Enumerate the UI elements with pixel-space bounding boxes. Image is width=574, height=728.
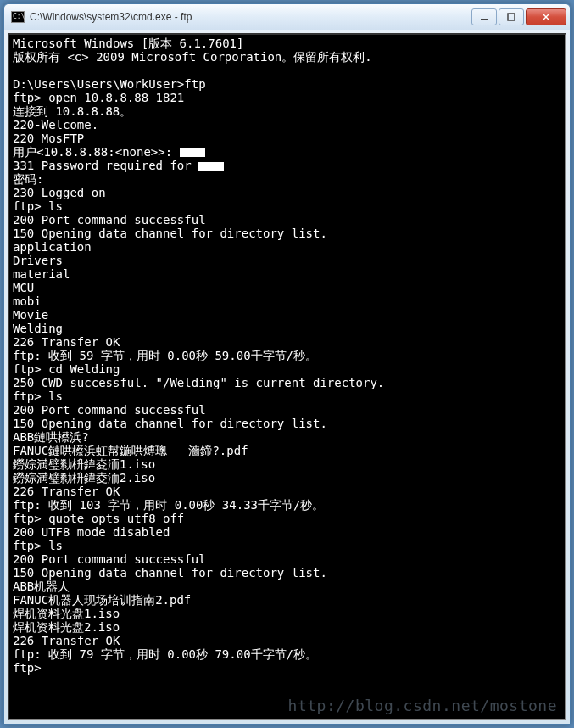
terminal-line: FANUC鏈哄櫒浜虹幇鍦哄煿璁 濇鍗?.pdf — [13, 444, 561, 457]
cmd-window: C:\ C:\Windows\system32\cmd.exe - ftp Mi… — [3, 3, 571, 725]
terminal-line: 200 Port command successful — [13, 213, 561, 227]
terminal-line: 焊机资料光盘2.iso — [13, 620, 561, 634]
terminal-frame: Microsoft Windows [版本 6.1.7601]版权所有 <c> … — [8, 33, 566, 720]
terminal-output[interactable]: Microsoft Windows [版本 6.1.7601]版权所有 <c> … — [9, 35, 565, 719]
terminal-line: 226 Transfer OK — [13, 634, 561, 647]
terminal-line: ABB机器人 — [13, 580, 561, 593]
terminal-line: 150 Opening data channel for directory l… — [13, 227, 561, 240]
terminal-line — [13, 64, 561, 77]
terminal-line: 226 Transfer OK — [13, 335, 561, 349]
terminal-line: ftp> quote opts utf8 off — [13, 512, 561, 525]
maximize-icon — [507, 13, 515, 21]
terminal-line: 150 Opening data channel for directory l… — [13, 566, 561, 580]
terminal-line: ftp> ls — [13, 199, 561, 213]
terminal-line: D:\Users\Users\WorkUser>ftp — [13, 77, 561, 91]
terminal-line: ABB鏈哄櫒浜? — [13, 430, 561, 444]
redacted-text — [198, 162, 224, 171]
terminal-line: 250 CWD successful. "/Welding" is curren… — [13, 376, 561, 389]
terminal-line: mobi — [13, 294, 561, 308]
maximize-button[interactable] — [499, 8, 524, 25]
terminal-line: MCU — [13, 281, 561, 294]
terminal-line: Drivers — [13, 254, 561, 267]
terminal-line: ftp> cd Welding — [13, 362, 561, 376]
terminal-line: material — [13, 267, 561, 281]
terminal-line: 220-Welcome. — [13, 118, 561, 132]
terminal-line: ftp> ls — [13, 539, 561, 552]
terminal-line: 鐒婃満璧勬枡鍏夌洏2.iso — [13, 471, 561, 484]
close-icon — [542, 13, 550, 21]
terminal-line: 密码: — [13, 172, 561, 186]
terminal-line: Welding — [13, 322, 561, 335]
terminal-line: 150 Opening data channel for directory l… — [13, 417, 561, 430]
terminal-line: ftp: 收到 79 字节，用时 0.00秒 79.00千字节/秒。 — [13, 647, 561, 661]
terminal-line: Microsoft Windows [版本 6.1.7601] — [13, 36, 561, 50]
terminal-line: 版权所有 <c> 2009 Microsoft Corporation。保留所有… — [13, 50, 561, 64]
terminal-line: 焊机资料光盘1.iso — [13, 607, 561, 620]
terminal-line: ftp> — [13, 661, 561, 675]
terminal-line: ftp: 收到 59 字节，用时 0.00秒 59.00千字节/秒。 — [13, 349, 561, 362]
terminal-line: ftp> open 10.8.8.88 1821 — [13, 91, 561, 104]
terminal-line: FANUC机器人现场培训指南2.pdf — [13, 593, 561, 607]
minimize-icon — [480, 13, 488, 21]
minimize-button[interactable] — [471, 8, 497, 25]
redacted-text — [180, 148, 205, 157]
cmd-icon: C:\ — [11, 11, 25, 23]
terminal-line: 230 Logged on — [13, 186, 561, 199]
terminal-line: 鐒婃満璧勬枡鍏夌洏1.iso — [13, 457, 561, 471]
window-title: C:\Windows\system32\cmd.exe - ftp — [30, 11, 471, 23]
terminal-line: ftp> ls — [13, 389, 561, 403]
titlebar[interactable]: C:\ C:\Windows\system32\cmd.exe - ftp — [4, 4, 570, 30]
close-button[interactable] — [526, 8, 566, 25]
terminal-line: 200 Port command successful — [13, 403, 561, 417]
terminal-line: 200 UTF8 mode disabled — [13, 525, 561, 539]
svg-rect-1 — [508, 14, 515, 20]
terminal-line: ftp: 收到 103 字节，用时 0.00秒 34.33千字节/秒。 — [13, 498, 561, 512]
terminal-line: application — [13, 240, 561, 254]
window-controls — [471, 8, 566, 25]
terminal-line: 226 Transfer OK — [13, 484, 561, 498]
terminal-line: Movie — [13, 308, 561, 322]
terminal-line: 连接到 10.8.8.88。 — [13, 104, 561, 118]
terminal-line: 用户<10.8.8.88:<none>>: — [13, 145, 561, 159]
terminal-line: 220 MosFTP — [13, 132, 561, 145]
terminal-line: 331 Password required for — [13, 159, 561, 172]
terminal-line: 200 Port command successful — [13, 552, 561, 566]
